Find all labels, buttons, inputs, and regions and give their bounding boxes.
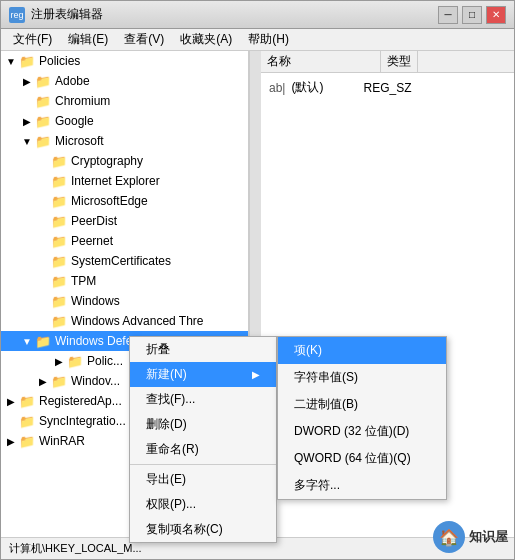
right-header: 名称 类型 [261, 51, 514, 73]
app-icon: reg [9, 7, 25, 23]
ctx-new[interactable]: 新建(N) ▶ [130, 362, 276, 387]
tree-label: RegisteredAp... [39, 394, 122, 408]
folder-icon: 📁 [19, 414, 35, 429]
tree-label: Windov... [71, 374, 120, 388]
expand-icon[interactable]: ▶ [3, 431, 19, 451]
sub-item-string[interactable]: 字符串值(S) [278, 364, 446, 391]
folder-icon: 📁 [51, 294, 67, 309]
tree-item-adobe[interactable]: ▶ 📁 Adobe [1, 71, 248, 91]
tree-label: SyncIntegratio... [39, 414, 126, 428]
ctx-rename[interactable]: 重命名(R) [130, 437, 276, 462]
submenu-arrow-icon: ▶ [252, 369, 260, 380]
menu-file[interactable]: 文件(F) [5, 29, 60, 50]
ctx-delete[interactable]: 删除(D) [130, 412, 276, 437]
ctx-collapse[interactable]: 折叠 [130, 337, 276, 362]
tree-item-cryptography[interactable]: ▶ 📁 Cryptography [1, 151, 248, 171]
folder-icon: 📁 [35, 334, 51, 349]
folder-icon: 📁 [51, 254, 67, 269]
tree-label: Adobe [55, 74, 90, 88]
folder-icon: 📁 [51, 174, 67, 189]
col-type-header: 类型 [381, 51, 418, 72]
tree-label: Windows Advanced Thre [71, 314, 204, 328]
tree-label: PeerDist [71, 214, 117, 228]
ctx-separator [130, 464, 276, 465]
tree-label: Policies [39, 54, 80, 68]
sub-item-qword[interactable]: QWORD (64 位值)(Q) [278, 445, 446, 472]
minimize-button[interactable]: ─ [438, 6, 458, 24]
menu-bar: 文件(F) 编辑(E) 查看(V) 收藏夹(A) 帮助(H) [1, 29, 514, 51]
tree-item-edge[interactable]: ▶ 📁 MicrosoftEdge [1, 191, 248, 211]
expand-icon[interactable]: ▼ [19, 131, 35, 151]
folder-icon: 📁 [51, 234, 67, 249]
submenu[interactable]: 项(K) 字符串值(S) 二进制值(B) DWORD (32 位值)(D) QW… [277, 336, 447, 500]
folder-icon: 📁 [19, 54, 35, 69]
folder-icon: 📁 [51, 374, 67, 389]
close-button[interactable]: ✕ [486, 6, 506, 24]
menu-edit[interactable]: 编辑(E) [60, 29, 116, 50]
window-controls: ─ □ ✕ [438, 6, 506, 24]
folder-icon: 📁 [35, 94, 51, 109]
ctx-export[interactable]: 导出(E) [130, 467, 276, 492]
folder-icon: 📁 [51, 274, 67, 289]
expand-icon[interactable]: ▶ [19, 111, 35, 131]
folder-icon: 📁 [35, 74, 51, 89]
tree-label: Google [55, 114, 94, 128]
expand-icon[interactable]: ▶ [3, 391, 19, 411]
context-menu[interactable]: 折叠 新建(N) ▶ 查找(F)... 删除(D) 重命名(R) 导出(E) 权… [129, 336, 277, 543]
menu-favorites[interactable]: 收藏夹(A) [172, 29, 240, 50]
tree-item-chromium[interactable]: ▶ 📁 Chromium [1, 91, 248, 111]
folder-icon: 📁 [35, 134, 51, 149]
tree-item-policies[interactable]: ▼ 📁 Policies [1, 51, 248, 71]
expand-icon[interactable]: ▼ [19, 331, 35, 351]
tree-item-peerdist[interactable]: ▶ 📁 PeerDist [1, 211, 248, 231]
expand-icon[interactable]: ▼ [3, 51, 19, 71]
folder-icon: 📁 [51, 314, 67, 329]
row-type: REG_SZ [363, 81, 411, 95]
maximize-button[interactable]: □ [462, 6, 482, 24]
expand-icon[interactable]: ▶ [51, 351, 67, 371]
folder-icon: 📁 [35, 114, 51, 129]
sub-item-multi[interactable]: 多字符... [278, 472, 446, 499]
ab-icon: ab| [269, 81, 285, 95]
menu-help[interactable]: 帮助(H) [240, 29, 297, 50]
tree-item-tpm[interactable]: ▶ 📁 TPM [1, 271, 248, 291]
expand-icon[interactable]: ▶ [35, 371, 51, 391]
tree-item-syscerts[interactable]: ▶ 📁 SystemCertificates [1, 251, 248, 271]
folder-icon: 📁 [51, 214, 67, 229]
tree-label: Peernet [71, 234, 113, 248]
folder-icon: 📁 [51, 154, 67, 169]
folder-icon: 📁 [51, 194, 67, 209]
sub-item-dword[interactable]: DWORD (32 位值)(D) [278, 418, 446, 445]
expand-icon[interactable]: ▶ [19, 71, 35, 91]
tree-item-microsoft[interactable]: ▼ 📁 Microsoft [1, 131, 248, 151]
status-text: 计算机\HKEY_LOCAL_M... [9, 541, 142, 556]
sub-item-key[interactable]: 项(K) [278, 337, 446, 364]
ctx-permissions[interactable]: 权限(P)... [130, 492, 276, 517]
title-bar: reg 注册表编辑器 ─ □ ✕ [1, 1, 514, 29]
tree-label: MicrosoftEdge [71, 194, 148, 208]
tree-label: WinRAR [39, 434, 85, 448]
row-name: (默认) [291, 79, 323, 96]
tree-label: Cryptography [71, 154, 143, 168]
tree-item-windows[interactable]: ▶ 📁 Windows [1, 291, 248, 311]
sub-item-binary[interactable]: 二进制值(B) [278, 391, 446, 418]
tree-item-peernet[interactable]: ▶ 📁 Peernet [1, 231, 248, 251]
ctx-copy-name[interactable]: 复制项名称(C) [130, 517, 276, 542]
tree-item-windows-advanced[interactable]: ▶ 📁 Windows Advanced Thre [1, 311, 248, 331]
folder-icon: 📁 [19, 434, 35, 449]
tree-label: Microsoft [55, 134, 104, 148]
tree-label: Internet Explorer [71, 174, 160, 188]
table-row[interactable]: ab| (默认) REG_SZ [265, 77, 510, 98]
tree-label: Windows [71, 294, 120, 308]
col-name-header: 名称 [261, 51, 381, 72]
folder-icon: 📁 [19, 394, 35, 409]
folder-icon: 📁 [67, 354, 83, 369]
tree-item-google[interactable]: ▶ 📁 Google [1, 111, 248, 131]
ctx-find[interactable]: 查找(F)... [130, 387, 276, 412]
tree-label: SystemCertificates [71, 254, 171, 268]
tree-label: Chromium [55, 94, 110, 108]
tree-label: Polic... [87, 354, 123, 368]
menu-view[interactable]: 查看(V) [116, 29, 172, 50]
tree-item-ie[interactable]: ▶ 📁 Internet Explorer [1, 171, 248, 191]
tree-label: TPM [71, 274, 96, 288]
